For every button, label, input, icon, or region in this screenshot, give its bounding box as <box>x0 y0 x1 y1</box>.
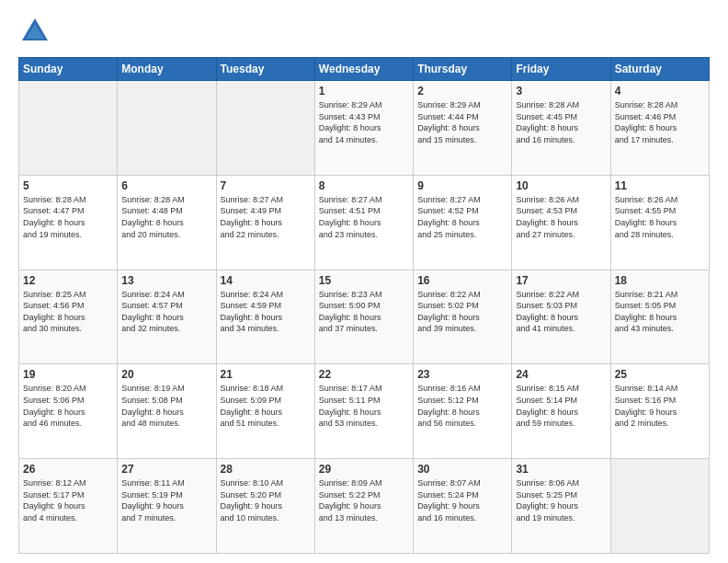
day-info: Sunrise: 8:19 AM Sunset: 5:08 PM Dayligh… <box>121 383 211 429</box>
logo <box>18 15 55 48</box>
calendar-cell: 4Sunrise: 8:28 AM Sunset: 4:46 PM Daylig… <box>610 81 709 176</box>
day-info: Sunrise: 8:14 AM Sunset: 5:16 PM Dayligh… <box>615 383 705 429</box>
day-header-sunday: Sunday <box>19 58 118 81</box>
week-row-4: 19Sunrise: 8:20 AM Sunset: 5:06 PM Dayli… <box>19 364 710 459</box>
day-number: 31 <box>516 463 606 476</box>
day-info: Sunrise: 8:12 AM Sunset: 5:17 PM Dayligh… <box>23 477 113 523</box>
day-number: 17 <box>516 274 606 287</box>
calendar-cell: 31Sunrise: 8:06 AM Sunset: 5:25 PM Dayli… <box>512 459 610 554</box>
calendar-cell: 6Sunrise: 8:28 AM Sunset: 4:48 PM Daylig… <box>118 175 216 270</box>
day-number: 30 <box>417 463 507 476</box>
calendar-cell: 16Sunrise: 8:22 AM Sunset: 5:02 PM Dayli… <box>414 270 512 364</box>
days-row: SundayMondayTuesdayWednesdayThursdayFrid… <box>19 58 710 81</box>
calendar-cell: 24Sunrise: 8:15 AM Sunset: 5:14 PM Dayli… <box>512 364 610 459</box>
day-info: Sunrise: 8:21 AM Sunset: 5:05 PM Dayligh… <box>615 289 705 335</box>
day-number: 15 <box>319 274 409 287</box>
calendar-cell <box>216 81 314 176</box>
day-info: Sunrise: 8:22 AM Sunset: 5:02 PM Dayligh… <box>417 289 507 335</box>
calendar-cell: 9Sunrise: 8:27 AM Sunset: 4:52 PM Daylig… <box>414 175 512 270</box>
calendar-body: 1Sunrise: 8:29 AM Sunset: 4:43 PM Daylig… <box>19 81 710 554</box>
calendar-cell: 28Sunrise: 8:10 AM Sunset: 5:20 PM Dayli… <box>216 459 314 554</box>
day-number: 8 <box>319 179 409 192</box>
calendar-cell: 1Sunrise: 8:29 AM Sunset: 4:43 PM Daylig… <box>314 81 413 176</box>
calendar-cell: 12Sunrise: 8:25 AM Sunset: 4:56 PM Dayli… <box>19 270 118 364</box>
calendar-header: SundayMondayTuesdayWednesdayThursdayFrid… <box>19 58 710 81</box>
calendar-cell: 5Sunrise: 8:28 AM Sunset: 4:47 PM Daylig… <box>19 175 118 270</box>
day-info: Sunrise: 8:23 AM Sunset: 5:00 PM Dayligh… <box>319 289 409 335</box>
day-header-tuesday: Tuesday <box>216 58 314 81</box>
day-number: 23 <box>417 368 507 381</box>
day-info: Sunrise: 8:28 AM Sunset: 4:46 PM Dayligh… <box>615 99 705 145</box>
day-number: 5 <box>23 179 113 192</box>
day-info: Sunrise: 8:27 AM Sunset: 4:51 PM Dayligh… <box>319 194 409 240</box>
day-number: 24 <box>516 368 606 381</box>
day-header-monday: Monday <box>118 58 216 81</box>
calendar-cell: 25Sunrise: 8:14 AM Sunset: 5:16 PM Dayli… <box>610 364 709 459</box>
day-info: Sunrise: 8:10 AM Sunset: 5:20 PM Dayligh… <box>221 477 311 523</box>
calendar-cell <box>610 459 709 554</box>
week-row-2: 5Sunrise: 8:28 AM Sunset: 4:47 PM Daylig… <box>19 175 710 270</box>
day-info: Sunrise: 8:09 AM Sunset: 5:22 PM Dayligh… <box>319 477 409 523</box>
day-number: 18 <box>615 274 705 287</box>
calendar-cell: 15Sunrise: 8:23 AM Sunset: 5:00 PM Dayli… <box>314 270 413 364</box>
day-info: Sunrise: 8:17 AM Sunset: 5:11 PM Dayligh… <box>319 383 409 429</box>
day-number: 28 <box>221 463 311 476</box>
day-info: Sunrise: 8:29 AM Sunset: 4:44 PM Dayligh… <box>417 99 507 145</box>
day-number: 19 <box>23 368 113 381</box>
day-header-thursday: Thursday <box>414 58 512 81</box>
day-number: 21 <box>221 368 311 381</box>
page: SundayMondayTuesdayWednesdayThursdayFrid… <box>0 0 728 563</box>
day-info: Sunrise: 8:26 AM Sunset: 4:55 PM Dayligh… <box>615 194 705 240</box>
calendar-cell <box>118 81 216 176</box>
day-number: 11 <box>615 179 705 192</box>
day-info: Sunrise: 8:15 AM Sunset: 5:14 PM Dayligh… <box>516 383 606 429</box>
calendar-cell: 3Sunrise: 8:28 AM Sunset: 4:45 PM Daylig… <box>512 81 610 176</box>
day-number: 1 <box>319 85 409 98</box>
calendar-cell: 23Sunrise: 8:16 AM Sunset: 5:12 PM Dayli… <box>414 364 512 459</box>
day-info: Sunrise: 8:28 AM Sunset: 4:47 PM Dayligh… <box>23 194 113 240</box>
week-row-1: 1Sunrise: 8:29 AM Sunset: 4:43 PM Daylig… <box>19 81 710 176</box>
calendar-cell: 7Sunrise: 8:27 AM Sunset: 4:49 PM Daylig… <box>216 175 314 270</box>
day-info: Sunrise: 8:16 AM Sunset: 5:12 PM Dayligh… <box>417 383 507 429</box>
day-number: 10 <box>516 179 606 192</box>
day-number: 2 <box>417 85 507 98</box>
calendar-cell: 20Sunrise: 8:19 AM Sunset: 5:08 PM Dayli… <box>118 364 216 459</box>
day-header-saturday: Saturday <box>610 58 709 81</box>
day-number: 16 <box>417 274 507 287</box>
calendar-cell: 17Sunrise: 8:22 AM Sunset: 5:03 PM Dayli… <box>512 270 610 364</box>
calendar-cell: 2Sunrise: 8:29 AM Sunset: 4:44 PM Daylig… <box>414 81 512 176</box>
day-number: 3 <box>516 85 606 98</box>
calendar-cell: 29Sunrise: 8:09 AM Sunset: 5:22 PM Dayli… <box>314 459 413 554</box>
calendar-cell: 13Sunrise: 8:24 AM Sunset: 4:57 PM Dayli… <box>118 270 216 364</box>
day-number: 13 <box>121 274 211 287</box>
day-header-friday: Friday <box>512 58 610 81</box>
day-number: 9 <box>417 179 507 192</box>
week-row-3: 12Sunrise: 8:25 AM Sunset: 4:56 PM Dayli… <box>19 270 710 364</box>
day-number: 12 <box>23 274 113 287</box>
header <box>18 15 710 48</box>
day-number: 27 <box>121 463 211 476</box>
day-number: 25 <box>615 368 705 381</box>
day-number: 22 <box>319 368 409 381</box>
week-row-5: 26Sunrise: 8:12 AM Sunset: 5:17 PM Dayli… <box>19 459 710 554</box>
day-number: 14 <box>221 274 311 287</box>
calendar-cell: 27Sunrise: 8:11 AM Sunset: 5:19 PM Dayli… <box>118 459 216 554</box>
day-info: Sunrise: 8:27 AM Sunset: 4:49 PM Dayligh… <box>221 194 311 240</box>
day-number: 4 <box>615 85 705 98</box>
calendar-cell: 14Sunrise: 8:24 AM Sunset: 4:59 PM Dayli… <box>216 270 314 364</box>
calendar: SundayMondayTuesdayWednesdayThursdayFrid… <box>18 57 710 554</box>
calendar-cell: 21Sunrise: 8:18 AM Sunset: 5:09 PM Dayli… <box>216 364 314 459</box>
day-info: Sunrise: 8:24 AM Sunset: 4:59 PM Dayligh… <box>221 289 311 335</box>
day-info: Sunrise: 8:06 AM Sunset: 5:25 PM Dayligh… <box>516 477 606 523</box>
day-info: Sunrise: 8:27 AM Sunset: 4:52 PM Dayligh… <box>417 194 507 240</box>
calendar-cell: 19Sunrise: 8:20 AM Sunset: 5:06 PM Dayli… <box>19 364 118 459</box>
calendar-cell: 11Sunrise: 8:26 AM Sunset: 4:55 PM Dayli… <box>610 175 709 270</box>
day-info: Sunrise: 8:26 AM Sunset: 4:53 PM Dayligh… <box>516 194 606 240</box>
day-number: 6 <box>121 179 211 192</box>
calendar-cell: 10Sunrise: 8:26 AM Sunset: 4:53 PM Dayli… <box>512 175 610 270</box>
day-info: Sunrise: 8:25 AM Sunset: 4:56 PM Dayligh… <box>23 289 113 335</box>
day-info: Sunrise: 8:28 AM Sunset: 4:45 PM Dayligh… <box>516 99 606 145</box>
day-info: Sunrise: 8:28 AM Sunset: 4:48 PM Dayligh… <box>121 194 211 240</box>
day-number: 20 <box>121 368 211 381</box>
day-header-wednesday: Wednesday <box>314 58 413 81</box>
